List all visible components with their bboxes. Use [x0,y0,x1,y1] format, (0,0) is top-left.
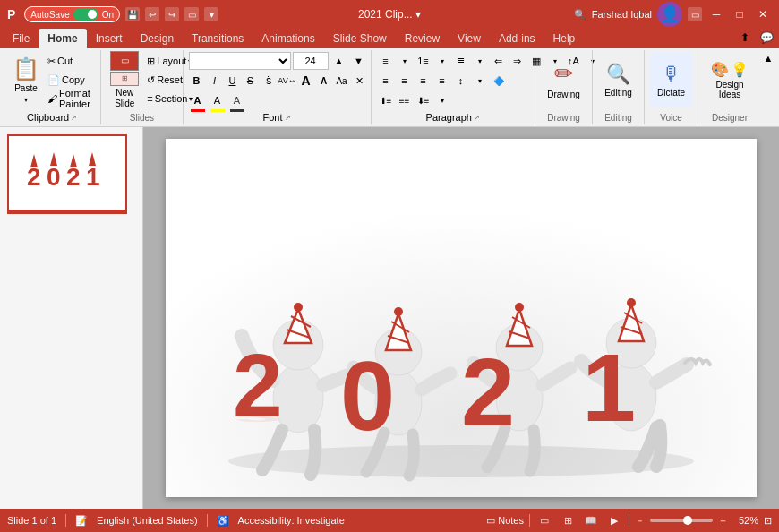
increase-font-button[interactable]: A [298,72,314,90]
justify-button[interactable]: ≡ [433,72,451,90]
undo-icon[interactable]: ↩ [145,7,159,21]
tab-addins[interactable]: Add-ins [490,29,544,48]
copy-button[interactable]: 📄 Copy [45,71,95,89]
font-size-down-button[interactable]: ▼ [350,52,368,70]
bullet-arrow[interactable]: ▾ [396,52,414,70]
spacing-arrow[interactable]: ▾ [471,72,489,90]
font-color-button[interactable]: A [189,91,207,109]
increase-indent-button[interactable]: ⇒ [509,52,526,70]
username: Farshad Iqbal [592,9,652,20]
numbered-list-button[interactable]: 1≡ [415,52,432,70]
tab-home[interactable]: Home [39,29,86,48]
clipboard-label-row: Clipboard ↗ [9,112,95,123]
tab-help[interactable]: Help [544,29,585,48]
font-size-input[interactable] [293,52,329,70]
presentation-icon[interactable]: ▭ [184,7,199,21]
decrease-font-button[interactable]: A [316,72,332,90]
line-spacing-button[interactable]: ↕ [452,72,470,90]
text-shadow-button[interactable]: S̈ [261,72,277,90]
restore-button[interactable]: □ [731,5,749,23]
tab-view[interactable]: View [449,29,490,48]
tab-animations[interactable]: Animations [253,29,323,48]
slide-thumb-inner: 2 0 2 1 [9,136,125,208]
spelling-check-icon[interactable]: 📝 [75,515,88,527]
format-painter-button[interactable]: 🖌 Format Painter [45,90,95,107]
collapse-ribbon-button[interactable]: ▲ [761,52,775,64]
strikethrough-button[interactable]: S [243,72,259,90]
numbered-arrow[interactable]: ▾ [433,52,451,70]
autosave-toggle[interactable] [73,8,98,21]
text-fill-button[interactable]: A [228,91,246,109]
svg-point-41 [627,298,636,307]
language[interactable]: English (United States) [97,515,198,526]
tab-insert[interactable]: Insert [87,29,132,48]
slide-thumb-wrapper: 1 2 0 2 1 [7,134,135,218]
font-name-select[interactable] [189,52,291,70]
vert-align-mid[interactable]: ≡≡ [396,91,414,109]
drawing-button[interactable]: ✏ Drawing [541,52,586,107]
design-ideas-button[interactable]: 🎨 💡 Design Ideas [704,52,756,107]
para-expand-icon[interactable]: ↗ [474,114,480,122]
share-button[interactable]: ⬆ [736,29,754,47]
save-icon[interactable]: 💾 [125,7,140,21]
new-slide-button[interactable]: ▭ ⊞ New Slide [107,52,142,107]
normal-view-button[interactable]: ▭ [535,511,553,529]
slide-thumbnail[interactable]: 2 0 2 1 [7,134,127,214]
italic-button[interactable]: I [207,72,223,90]
font-expand-icon[interactable]: ↗ [285,114,291,122]
bullet-list-button[interactable]: ≡ [377,52,395,70]
accessibility-text[interactable]: Accessibility: Investigate [238,515,345,526]
vert-align-top[interactable]: ⬆≡ [377,91,395,109]
tab-design[interactable]: Design [132,29,183,48]
zoom-out-icon[interactable]: － [635,514,645,528]
app-logo: P [7,7,15,21]
ribbon-display-icon[interactable]: ▭ [688,7,702,21]
cut-button[interactable]: ✂ Cut [45,52,95,70]
slideshow-button[interactable]: ▶ [605,511,623,529]
multi-level-button[interactable]: ≣ [452,52,470,70]
font-size-up-button[interactable]: ▲ [330,52,348,70]
search-icon[interactable]: 🔍 [574,9,586,21]
tab-slideshow[interactable]: Slide Show [324,29,396,48]
tab-file[interactable]: File [4,29,39,48]
editing-icon: 🔍 [606,63,630,86]
fit-page-icon[interactable]: ⊡ [764,515,772,527]
char-spacing-button[interactable]: AV↔ [278,72,296,90]
bold-button[interactable]: B [189,72,205,90]
customize-icon[interactable]: ▾ [204,7,218,21]
vert-align-btn2[interactable]: ▾ [433,91,451,109]
slide-sorter-button[interactable]: ⊞ [559,511,577,529]
highlight-color-button[interactable]: A [209,91,227,109]
redo-icon[interactable]: ↪ [165,7,179,21]
layout-icon: ⊞ [122,74,128,82]
clear-format-button[interactable]: ✕ [352,72,368,90]
slide-content-area[interactable]: 2 0 [143,127,779,509]
slides-group: ▭ ⊞ New Slide ⊞ Layout ▾ ↺ Reset [101,50,183,124]
paste-button[interactable]: 📋 Paste ▾ [9,52,43,107]
change-case-button[interactable]: Aa [334,72,350,90]
tab-review[interactable]: Review [396,29,449,48]
underline-button[interactable]: U [225,72,241,90]
vert-align-bot[interactable]: ⬇≡ [415,91,432,109]
multi-arrow[interactable]: ▾ [471,52,489,70]
title-bar-center: 2021 Clip... ▾ [262,8,518,21]
align-center-button[interactable]: ≡ [396,72,414,90]
tab-transitions[interactable]: Transitions [183,29,253,48]
editing-button[interactable]: 🔍 Editing [598,52,638,107]
clipboard-expand-icon[interactable]: ↗ [71,114,77,122]
decrease-indent-button[interactable]: ⇐ [490,52,508,70]
reading-view-button[interactable]: 📖 [582,511,600,529]
minimize-button[interactable]: ─ [707,5,725,23]
zoom-level[interactable]: 52% [733,515,758,526]
smart-art-button[interactable]: 🔷 [490,72,508,90]
close-button[interactable]: ✕ [754,5,772,23]
dictate-button[interactable]: 🎙 Dictate [650,52,692,107]
notes-button[interactable]: ▭ Notes [486,515,524,527]
layout-icon2: ⊞ [147,56,155,67]
align-right-button[interactable]: ≡ [415,72,432,90]
zoom-in-icon[interactable]: ＋ [718,514,728,528]
format-painter-icon: 🖌 [47,93,57,104]
zoom-slider[interactable] [650,519,713,522]
align-left-button[interactable]: ≡ [377,72,395,90]
comments-button[interactable]: 💬 [758,29,775,47]
